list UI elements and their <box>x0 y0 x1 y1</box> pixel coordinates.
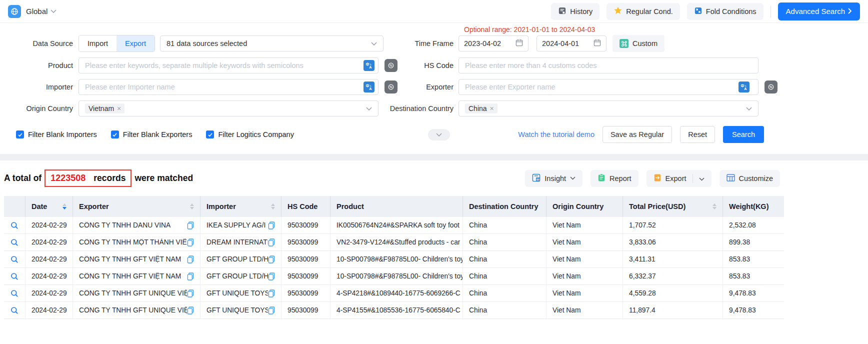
filter-blank-importers-checkbox[interactable]: Filter Blank Importers <box>16 130 97 138</box>
sort-icon[interactable] <box>190 204 194 210</box>
origin-country-select[interactable]: Vietnam × <box>78 100 378 116</box>
header-destination-country[interactable]: Destination Country <box>462 196 546 217</box>
filter-logitics-company-checkbox[interactable]: Filter Logitics Company <box>206 130 294 138</box>
header-date[interactable]: Date <box>25 196 72 217</box>
table-header: Date Exporter Importer HS Code Product D… <box>4 196 784 217</box>
svg-text:A: A <box>744 86 747 91</box>
chevron-right-icon <box>848 7 852 16</box>
header-importer[interactable]: Importer <box>200 196 281 217</box>
cell-exporter: CÔNG TY TNHH GFT VIỆT NAM <box>72 251 200 268</box>
row-detail-button[interactable] <box>4 234 25 250</box>
header-exporter[interactable]: Exporter <box>72 196 200 217</box>
cell-weight: 9,478.83 <box>722 302 784 318</box>
reset-button[interactable]: Reset <box>680 126 715 143</box>
collapse-form-button[interactable] <box>428 129 450 140</box>
insight-button[interactable]: BI Insight <box>525 170 582 187</box>
history-icon <box>558 6 566 16</box>
advanced-search-button[interactable]: Advanced Search <box>778 2 860 20</box>
fuzzy-match-icon[interactable] <box>384 59 398 72</box>
row-detail-button[interactable] <box>4 251 25 268</box>
copy-icon[interactable] <box>187 222 194 230</box>
save-as-regular-button[interactable]: Save as Regular <box>602 126 672 143</box>
copy-icon[interactable] <box>187 306 194 314</box>
row-detail-button[interactable] <box>4 268 25 284</box>
table-row: 2024-02-29 CÔNG TY TNHH MỘT THÀNH VIÊN D… <box>4 234 784 251</box>
chevron-down-icon[interactable] <box>50 10 56 13</box>
header-product[interactable]: Product <box>330 196 462 217</box>
destination-country-select[interactable]: China × <box>458 100 758 116</box>
cell-destination-country: China <box>462 217 546 234</box>
copy-icon[interactable] <box>268 272 275 280</box>
cell-origin-country: Viet Nam <box>546 234 622 250</box>
translate-icon[interactable]: A <box>738 82 750 92</box>
origin-country-tag: Vietnam × <box>85 104 124 114</box>
table-body: 2024-02-29 CÔNG TY TNHH DANU VINA IKEA S… <box>4 217 784 319</box>
data-sources-selected-text: 81 data sources selected <box>166 40 247 48</box>
copy-icon[interactable] <box>268 306 275 314</box>
total-records-line: A total of 1223508 records were matched <box>4 170 193 187</box>
customize-button[interactable]: Customize <box>720 170 780 187</box>
report-icon <box>598 174 606 184</box>
custom-range-button[interactable]: Custom <box>612 35 664 52</box>
chevron-down-icon[interactable] <box>699 174 704 182</box>
fuzzy-match-icon[interactable] <box>384 80 398 94</box>
records-word: records <box>94 173 126 184</box>
region-selector-label[interactable]: Global <box>26 7 48 16</box>
remove-tag-icon[interactable]: × <box>490 104 494 112</box>
cell-origin-country: Viet Nam <box>546 268 622 284</box>
export-toggle-button[interactable]: Export <box>116 36 154 52</box>
copy-icon[interactable] <box>268 222 275 230</box>
header-total-price[interactable]: Total Price(USD) <box>622 196 722 217</box>
start-date-picker[interactable]: 2023-04-02 <box>458 36 528 52</box>
sort-icon[interactable] <box>271 204 275 210</box>
end-date-picker[interactable]: 2024-04-01 <box>536 36 606 52</box>
exporter-input[interactable] <box>458 79 758 95</box>
row-detail-button[interactable] <box>4 217 25 234</box>
export-button[interactable]: Export <box>646 170 712 187</box>
start-date-value: 2023-04-02 <box>464 40 501 48</box>
fuzzy-match-icon[interactable] <box>764 80 778 94</box>
product-input[interactable] <box>78 58 378 74</box>
import-toggle-button[interactable]: Import <box>79 36 116 52</box>
optional-range-hint: Optional range: 2021-01-01 to 2024-04-03 <box>464 26 595 34</box>
cell-weight: 2,532.08 <box>722 217 784 234</box>
copy-icon[interactable] <box>187 290 194 298</box>
translate-icon[interactable]: A <box>364 82 374 92</box>
copy-icon[interactable] <box>268 290 275 298</box>
translate-icon[interactable]: A <box>364 60 374 71</box>
cell-exporter: CÔNG TY TNHH GFT UNIQUE VIỆT <box>72 302 200 318</box>
row-detail-button[interactable] <box>4 285 25 302</box>
sort-icon[interactable] <box>62 204 66 210</box>
search-button[interactable]: Search <box>723 126 764 143</box>
copy-icon[interactable] <box>187 272 194 280</box>
copy-icon[interactable] <box>187 256 194 264</box>
svg-text:A: A <box>369 65 372 70</box>
fold-conditions-button[interactable]: Fold Conditions <box>687 3 764 20</box>
calendar-icon <box>516 39 523 48</box>
fold-icon <box>694 6 702 16</box>
row-detail-button[interactable] <box>4 302 25 318</box>
regular-cond-button[interactable]: Regular Cond. <box>606 3 680 20</box>
header-hs-code[interactable]: HS Code <box>281 196 330 217</box>
header-origin-country[interactable]: Origin Country <box>546 196 622 217</box>
button-divider <box>692 174 693 183</box>
remove-tag-icon[interactable]: × <box>117 104 121 112</box>
cell-product: VN2-3479-V124#&Stuffed products - car <box>330 234 462 250</box>
report-button[interactable]: Report <box>590 170 638 187</box>
history-button[interactable]: History <box>551 3 600 20</box>
calendar-icon <box>594 39 601 48</box>
copy-icon[interactable] <box>268 238 275 246</box>
copy-icon[interactable] <box>268 256 275 264</box>
filter-blank-exporters-checkbox[interactable]: Filter Blank Exporters <box>111 130 192 138</box>
sort-icon[interactable] <box>712 204 716 210</box>
data-sources-select[interactable]: 81 data sources selected <box>160 36 384 52</box>
results-table: Date Exporter Importer HS Code Product D… <box>4 196 784 319</box>
hs-code-input[interactable] <box>458 58 758 74</box>
header-weight[interactable]: Weight(KG) <box>722 196 784 217</box>
copy-icon[interactable] <box>187 238 194 246</box>
cell-importer: IKEA SUPPLY AG/I <box>200 217 281 234</box>
data-source-label: Data Source <box>8 40 73 48</box>
cell-hs-code: 95030099 <box>281 268 330 284</box>
tutorial-demo-link[interactable]: Watch the tutorial demo <box>518 130 594 138</box>
importer-input[interactable] <box>78 79 378 95</box>
